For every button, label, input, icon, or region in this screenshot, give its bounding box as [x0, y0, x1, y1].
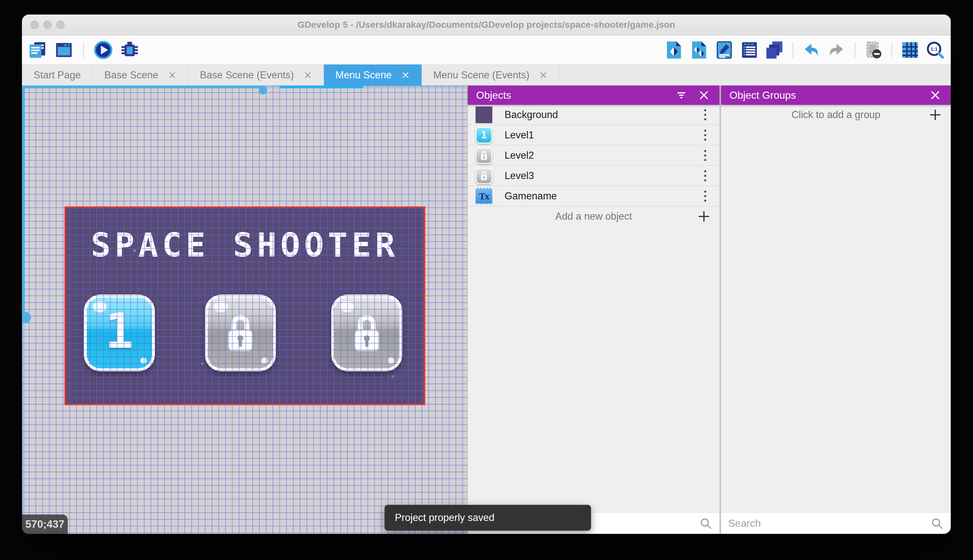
toast-message: Project properly saved [395, 512, 494, 523]
tab-label: Menu Scene [335, 69, 392, 81]
object-row-gamename[interactable]: Tx Gamename [468, 186, 720, 207]
object-name: Level3 [505, 170, 534, 182]
tab-close-icon[interactable] [402, 71, 410, 79]
toolbar-right-group: 1:1 [664, 40, 945, 60]
padlock-icon [480, 150, 488, 161]
tab-menu-scene[interactable]: Menu Scene [324, 65, 422, 85]
object-menu-icon[interactable] [699, 168, 712, 183]
object-menu-icon[interactable] [699, 127, 712, 143]
search-icon [931, 517, 944, 530]
padlock-icon [224, 312, 257, 354]
titlebar: GDevelop 5 - /Users/dkarakay/Documents/G… [22, 15, 951, 35]
toolbar-separator [83, 42, 84, 58]
object-name: Gamename [505, 190, 557, 202]
level2-button-instance[interactable] [205, 295, 276, 371]
level1-number: 1 [105, 303, 134, 359]
add-group-button[interactable]: Click to add a group [721, 105, 951, 125]
object-groups-panel: Object Groups Click to add a group [721, 85, 951, 534]
padlock-icon [351, 312, 383, 354]
tab-start-page[interactable]: Start Page [22, 65, 93, 85]
toolbar-separator [855, 42, 855, 58]
preview-window-icon[interactable] [54, 40, 73, 60]
delete-instances-icon[interactable] [864, 40, 883, 60]
object-groups-panel-title: Object Groups [730, 89, 796, 101]
objects-panel-title: Objects [476, 89, 511, 101]
object-row-level1[interactable]: 1 Level1 [468, 125, 720, 145]
screen: GDevelop 5 - /Users/dkarakay/Documents/G… [0, 0, 973, 560]
horizontal-scrollbar-knob[interactable] [259, 86, 267, 95]
scene-title-instance[interactable]: SPACE SHOOTER [66, 226, 423, 264]
add-object-button[interactable]: Add a new object [468, 207, 720, 227]
redo-icon[interactable] [827, 40, 846, 60]
tab-label: Base Scene (Events) [200, 69, 294, 81]
level1-button-instance[interactable]: 1 [84, 295, 155, 371]
properties-pencil-icon[interactable] [715, 40, 734, 60]
instances-list-icon[interactable] [740, 40, 759, 60]
minimize-window-button[interactable] [43, 21, 52, 29]
search-icon [700, 517, 712, 530]
object-groups-search-bar [721, 513, 951, 534]
object-menu-icon[interactable] [699, 188, 712, 204]
tab-close-icon[interactable] [168, 71, 177, 79]
add-object-label: Add a new object [468, 211, 720, 222]
tab-label: Menu Scene (Events) [433, 69, 530, 81]
toolbar-separator [793, 42, 793, 58]
tab-base-scene-events[interactable]: Base Scene (Events) [188, 65, 324, 85]
plus-icon [697, 209, 711, 223]
level3-thumbnail [475, 167, 492, 184]
object-row-level2[interactable]: Level2 [468, 145, 720, 166]
objects-panel: Objects Background 1 Level1 [468, 85, 720, 534]
undo-icon[interactable] [802, 40, 821, 60]
tab-label: Base Scene [104, 69, 158, 81]
tab-menu-scene-events[interactable]: Menu Scene (Events) [422, 65, 560, 85]
objects-panel-empty-space [468, 227, 720, 513]
gamename-thumbnail: Tx [475, 188, 492, 205]
tab-close-icon[interactable] [539, 71, 548, 79]
level3-button-instance[interactable] [332, 295, 402, 371]
padlock-icon [480, 171, 488, 181]
zoom-window-button[interactable] [56, 21, 65, 29]
scene-editor-canvas[interactable]: SPACE SHOOTER 1 [22, 85, 468, 534]
object-groups-editor-icon[interactable] [690, 40, 709, 60]
toggle-grid-icon[interactable] [900, 40, 920, 60]
object-groups-panel-header: Object Groups [721, 85, 951, 105]
project-manager-icon[interactable] [28, 40, 47, 60]
close-window-button[interactable] [30, 21, 39, 29]
game-scene-window[interactable]: SPACE SHOOTER 1 [65, 207, 425, 405]
launch-preview-play-icon[interactable] [93, 40, 113, 60]
filter-icon[interactable] [674, 88, 688, 102]
tab-base-scene[interactable]: Base Scene [93, 65, 188, 85]
object-row-background[interactable]: Background [468, 105, 720, 125]
vertical-scrollbar[interactable] [22, 85, 25, 534]
cursor-coordinates-badge: 570;437 [22, 515, 68, 534]
object-groups-empty-space [721, 125, 951, 513]
toolbar: 1:1 [22, 35, 951, 65]
object-menu-icon[interactable] [699, 107, 712, 123]
object-row-level3[interactable]: Level3 [468, 166, 720, 186]
svg-text:1:1: 1:1 [931, 46, 938, 52]
objects-editor-icon[interactable] [664, 40, 684, 60]
tabbar: Start Page Base Scene Base Scene (Events… [22, 65, 951, 85]
add-group-label: Click to add a group [721, 109, 951, 121]
tab-close-icon[interactable] [303, 71, 312, 79]
close-icon[interactable] [697, 88, 711, 102]
window-controls [30, 15, 65, 35]
horizontal-scrollbar[interactable] [22, 85, 467, 88]
object-name: Level1 [505, 129, 534, 141]
close-icon[interactable] [928, 88, 942, 102]
object-groups-search-input[interactable] [728, 517, 931, 529]
gdevelop-window: GDevelop 5 - /Users/dkarakay/Documents/G… [22, 15, 951, 534]
toolbar-separator [891, 42, 892, 58]
vertical-scrollbar-knob[interactable] [22, 312, 31, 323]
plus-icon [928, 108, 942, 122]
object-menu-icon[interactable] [699, 148, 712, 163]
zoom-1-1-icon[interactable]: 1:1 [926, 40, 945, 60]
debugger-bug-icon[interactable] [120, 40, 139, 60]
objects-panel-header: Objects [468, 85, 720, 105]
toolbar-left-group [28, 40, 139, 60]
tab-label: Start Page [33, 69, 81, 81]
level2-thumbnail [475, 147, 492, 164]
layers-icon[interactable] [765, 40, 784, 60]
object-name: Background [505, 109, 558, 121]
toast-notification: Project properly saved [385, 505, 591, 531]
